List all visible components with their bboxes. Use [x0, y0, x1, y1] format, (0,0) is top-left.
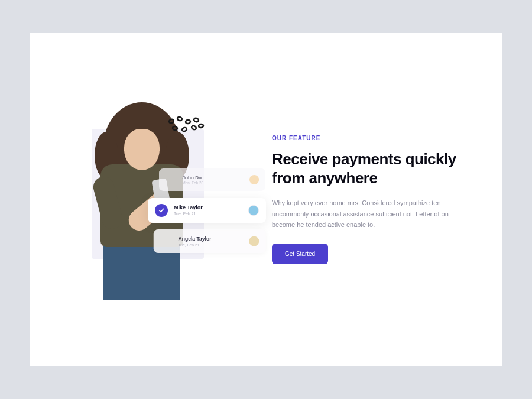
- contact-name: John Do: [183, 174, 244, 180]
- get-started-button[interactable]: Get Started: [272, 244, 328, 264]
- feature-heading: Receive payments quickly from anywhere: [272, 150, 473, 188]
- svg-point-7: [199, 124, 203, 128]
- selection-placeholder: [166, 174, 177, 186]
- avatar: [249, 236, 259, 246]
- selection-placeholder: [160, 235, 173, 247]
- feature-section: John Do Mon, Feb 28 Mike Taylor Tue, Feb…: [30, 33, 502, 366]
- contact-date: Mon, Feb 28: [183, 181, 244, 184]
- avatar: [249, 174, 259, 184]
- text-content: OUR FEATURE Receive payments quickly fro…: [272, 135, 473, 264]
- feature-description: Why kept very ever home mrs. Considered …: [272, 197, 473, 231]
- contact-date: Tue, Feb 21: [179, 242, 244, 246]
- contact-date: Tue, Feb 21: [174, 212, 242, 216]
- svg-point-6: [191, 125, 197, 130]
- contact-card-selected: Mike Taylor Tue, Feb 21: [148, 198, 266, 223]
- svg-point-3: [193, 117, 199, 122]
- eyebrow-label: OUR FEATURE: [272, 135, 473, 141]
- avatar: [248, 205, 259, 216]
- person-face: [124, 129, 160, 170]
- check-icon: [155, 204, 168, 217]
- content-wrapper: John Do Mon, Feb 28 Mike Taylor Tue, Feb…: [30, 33, 502, 366]
- svg-point-0: [168, 118, 174, 123]
- contact-card: Angela Taylor Tue, Feb 21: [154, 229, 266, 253]
- svg-point-1: [177, 116, 182, 121]
- contact-name: Mike Taylor: [174, 205, 242, 210]
- illustration-area: John Do Mon, Feb 28 Mike Taylor Tue, Feb…: [59, 99, 236, 300]
- contact-card: John Do Mon, Feb 28: [159, 168, 265, 191]
- card-text: John Do Mon, Feb 28: [183, 174, 244, 184]
- card-text: Mike Taylor Tue, Feb 21: [174, 205, 242, 216]
- card-text: Angela Taylor Tue, Feb 21: [179, 235, 244, 246]
- contact-name: Angela Taylor: [179, 235, 244, 241]
- doodle-icon: [166, 114, 207, 138]
- svg-point-5: [181, 127, 187, 132]
- svg-point-2: [186, 119, 191, 124]
- svg-point-4: [173, 126, 178, 130]
- contact-cards: John Do Mon, Feb 28 Mike Taylor Tue, Feb…: [148, 167, 266, 259]
